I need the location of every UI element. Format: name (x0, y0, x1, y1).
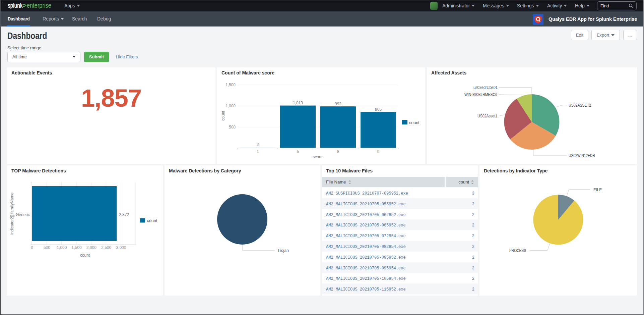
svg-text:1,000: 1,000 (226, 104, 236, 108)
svg-text:US02ASSET2: US02ASSET2 (569, 103, 591, 108)
svg-text:count: count (221, 111, 226, 121)
svg-text:2,872: 2,872 (119, 212, 129, 217)
svg-text:1,013: 1,013 (293, 101, 303, 105)
svg-text:WIN-890BLRMESC6: WIN-890BLRMESC6 (464, 92, 497, 97)
svg-text:score: score (313, 155, 323, 159)
svg-text:2,000: 2,000 (86, 245, 96, 250)
svg-text:9: 9 (377, 149, 380, 154)
svg-text:3,000: 3,000 (116, 245, 126, 250)
svg-text:0: 0 (31, 245, 33, 250)
svg-text:Generic: Generic (16, 212, 30, 217)
svg-text:FILE: FILE (593, 188, 602, 192)
svg-text:indicator2[].familyName: indicator2[].familyName (10, 192, 14, 234)
svg-text:us02edrctos01: us02edrctos01 (473, 85, 498, 90)
svg-text:500: 500 (44, 245, 50, 250)
svg-text:1: 1 (257, 149, 259, 154)
svg-text:2,500: 2,500 (101, 245, 111, 250)
svg-text:865: 865 (375, 107, 382, 112)
svg-text:count: count (80, 253, 90, 258)
svg-text:5: 5 (297, 149, 299, 154)
svg-text:500: 500 (229, 125, 236, 129)
svg-text:US02WIN12EDR: US02WIN12EDR (569, 153, 595, 158)
svg-text:Trojan: Trojan (277, 248, 289, 253)
svg-text:8: 8 (337, 149, 339, 154)
svg-text:2: 2 (257, 142, 259, 147)
svg-text:992: 992 (335, 102, 341, 106)
svg-text:1,500: 1,500 (72, 245, 82, 250)
svg-text:count: count (409, 120, 420, 125)
svg-text:PROCESS: PROCESS (509, 248, 526, 253)
svg-text:1,500: 1,500 (226, 83, 236, 87)
svg-text:US02Asset1: US02Asset1 (477, 114, 497, 118)
svg-text:count: count (147, 218, 157, 223)
svg-text:1,000: 1,000 (57, 245, 67, 250)
